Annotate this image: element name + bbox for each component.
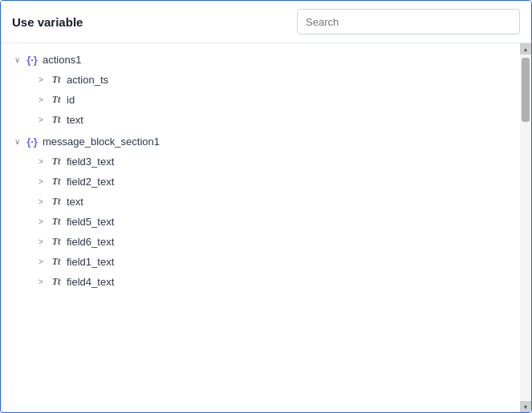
child-label: field1_text	[67, 256, 114, 268]
scrollbar-up-button[interactable]: ▲	[520, 43, 531, 55]
tree-children-message_block_section1: > Tt field3_text > Tt field2_text > Tt t…	[1, 152, 520, 292]
tree-parent-actions1[interactable]: ∨ {·} actions1	[1, 50, 520, 70]
object-icon: {·}	[25, 54, 39, 66]
chevron-right-icon: >	[36, 277, 46, 286]
child-label: field3_text	[67, 156, 114, 168]
chevron-right-icon: >	[36, 177, 46, 186]
tree-parent-message_block_section1[interactable]: ∨ {·} message_block_section1	[1, 132, 520, 152]
tree-children-actions1: > Tt action_ts > Tt id > Tt text	[1, 70, 520, 130]
type-icon: Tt	[49, 196, 63, 208]
scrollbar-track: ▲ ▼	[520, 43, 531, 412]
child-label: field5_text	[67, 216, 114, 228]
chevron-right-icon: >	[36, 157, 46, 166]
tree-child-text[interactable]: > Tt text	[1, 192, 520, 212]
type-icon: Tt	[49, 216, 63, 228]
tree-child-id[interactable]: > Tt id	[1, 90, 520, 110]
tree-group-message_block_section1: ∨ {·} message_block_section1 > Tt field3…	[1, 132, 520, 292]
use-variable-panel: Use variable ∨ {·} actions1 > Tt action_…	[0, 0, 532, 413]
tree-child-text[interactable]: > Tt text	[1, 110, 520, 130]
tree-child-field6_text[interactable]: > Tt field6_text	[1, 232, 520, 252]
child-label: field6_text	[67, 236, 114, 248]
chevron-right-icon: >	[36, 75, 46, 84]
tree-child-action_ts[interactable]: > Tt action_ts	[1, 70, 520, 90]
child-label: field4_text	[67, 276, 114, 288]
type-icon: Tt	[49, 74, 63, 86]
panel-content: ∨ {·} actions1 > Tt action_ts > Tt id > …	[1, 43, 531, 412]
scrollbar-thumb-area	[520, 55, 531, 401]
chevron-right-icon: >	[36, 257, 46, 266]
child-label: action_ts	[67, 74, 108, 86]
tree-child-field5_text[interactable]: > Tt field5_text	[1, 212, 520, 232]
tree-child-field4_text[interactable]: > Tt field4_text	[1, 272, 520, 292]
group-label: message_block_section1	[43, 136, 160, 148]
tree-child-field1_text[interactable]: > Tt field1_text	[1, 252, 520, 272]
type-icon: Tt	[49, 156, 63, 168]
type-icon: Tt	[49, 256, 63, 268]
chevron-right-icon: >	[36, 217, 46, 226]
tree-group-actions1: ∨ {·} actions1 > Tt action_ts > Tt id > …	[1, 50, 520, 130]
type-icon: Tt	[49, 236, 63, 248]
tree-child-field2_text[interactable]: > Tt field2_text	[1, 172, 520, 192]
scrollbar-down-button[interactable]: ▼	[520, 401, 531, 412]
scrollbar-thumb[interactable]	[522, 58, 530, 122]
child-label: id	[67, 94, 75, 106]
type-icon: Tt	[49, 176, 63, 188]
chevron-right-icon: >	[36, 197, 46, 206]
chevron-right-icon: >	[36, 237, 46, 246]
chevron-right-icon: >	[36, 95, 46, 104]
child-label: text	[67, 196, 83, 208]
child-label: field2_text	[67, 176, 114, 188]
type-icon: Tt	[49, 114, 63, 126]
type-icon: Tt	[49, 94, 63, 106]
panel-header: Use variable	[1, 1, 531, 43]
chevron-down-icon: ∨	[12, 55, 22, 64]
search-input[interactable]	[297, 9, 520, 34]
tree-child-field3_text[interactable]: > Tt field3_text	[1, 152, 520, 172]
object-icon: {·}	[25, 136, 39, 148]
tree-area: ∨ {·} actions1 > Tt action_ts > Tt id > …	[1, 43, 520, 412]
chevron-down-icon: ∨	[12, 137, 22, 146]
group-label: actions1	[43, 54, 81, 66]
chevron-right-icon: >	[36, 115, 46, 124]
panel-title: Use variable	[12, 15, 83, 29]
child-label: text	[67, 114, 83, 126]
type-icon: Tt	[49, 276, 63, 288]
